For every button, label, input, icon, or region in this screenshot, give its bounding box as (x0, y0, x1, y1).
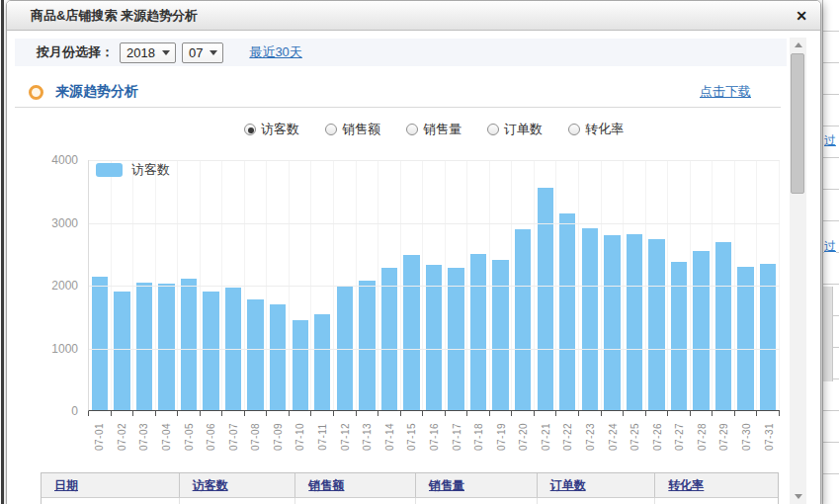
bar-07-20[interactable] (515, 229, 531, 410)
bar-07-27[interactable] (671, 262, 687, 410)
radio-icon (406, 124, 418, 135)
x-axis-label-cell: 07-02 (111, 415, 133, 459)
background-partial-link[interactable]: 过 (824, 131, 836, 150)
x-axis-tick-label: 07-30 (741, 423, 752, 451)
dialog-title: 商品&店铺搜索 来源趋势分析 (7, 1, 820, 31)
scroll-up-icon (795, 42, 802, 47)
metric-radio-label: 访客数 (261, 121, 299, 138)
x-axis-tick-label: 07-23 (585, 423, 596, 451)
x-axis-tick-label: 07-18 (473, 423, 484, 451)
x-axis-tick-label: 07-05 (183, 423, 194, 451)
recent-30-days-link[interactable]: 最近30天 (249, 43, 301, 61)
metric-radio-1[interactable]: 销售额 (325, 121, 380, 138)
x-axis-label-cell: 07-25 (624, 415, 646, 459)
bar-07-18[interactable] (470, 254, 486, 410)
x-axis-tick-label: 07-28 (696, 423, 707, 451)
metric-radio-label: 订单数 (504, 121, 543, 138)
scrollbar-thumb[interactable] (791, 53, 804, 194)
dialog-titlebar[interactable]: 商品&店铺搜索 来源趋势分析 ✕ (7, 1, 820, 31)
trend-bar-chart: 访客数 01000200030004000 07-0107-0207-0307-… (7, 149, 793, 463)
bar-07-09[interactable] (270, 304, 286, 410)
bar-07-10[interactable] (293, 320, 308, 410)
x-axis-label-cell: 07-22 (556, 415, 579, 459)
x-axis-tick-label: 07-13 (362, 423, 373, 451)
bar-07-17[interactable] (448, 268, 463, 410)
x-axis-tick-label: 07-22 (562, 423, 573, 451)
bar-07-14[interactable] (381, 268, 397, 410)
x-axis-label-cell: 07-08 (244, 415, 267, 459)
x-axis-tick-label: 07-24 (607, 423, 618, 451)
chart-legend[interactable]: 访客数 (96, 161, 170, 179)
bar-07-23[interactable] (582, 228, 598, 410)
bar-07-16[interactable] (426, 265, 442, 410)
x-axis-label-cell: 07-18 (467, 415, 490, 459)
x-axis-label-cell: 07-01 (88, 415, 111, 459)
column-header-sales-amount[interactable]: 销售额 (295, 473, 416, 497)
radio-icon (325, 124, 337, 135)
bar-07-04[interactable] (158, 284, 174, 410)
bar-07-28[interactable] (693, 251, 709, 410)
bar-07-29[interactable] (715, 242, 731, 410)
y-axis: 01000200030004000 (7, 160, 78, 411)
detail-table: 日期 访客数 销售额 销售量 订单数 转化率 (41, 472, 779, 504)
month-select[interactable]: 07 (182, 42, 223, 63)
metric-radio-4[interactable]: 转化率 (568, 121, 624, 138)
bar-07-05[interactable] (181, 279, 197, 410)
download-link[interactable]: 点击下载 (700, 83, 751, 101)
bar-07-25[interactable] (627, 234, 642, 410)
x-axis-tick-label: 07-11 (317, 423, 328, 450)
bar-07-01[interactable] (92, 277, 108, 410)
metric-radio-3[interactable]: 订单数 (487, 121, 543, 138)
x-axis-label-cell: 07-20 (512, 415, 535, 459)
bar-07-21[interactable] (538, 188, 553, 410)
x-axis-tick-label: 07-09 (272, 423, 283, 451)
bar-07-22[interactable] (559, 213, 575, 410)
x-axis-tick-label: 07-27 (674, 423, 685, 451)
bar-07-19[interactable] (492, 260, 508, 410)
page-edge-divider (1, 0, 4, 504)
bar-07-30[interactable] (737, 267, 753, 410)
legend-label: 访客数 (131, 161, 170, 179)
column-header-orders[interactable]: 订单数 (538, 473, 656, 497)
x-axis-label-cell: 07-30 (735, 415, 758, 459)
year-select[interactable]: 2018 (120, 42, 176, 63)
scroll-down-button[interactable] (790, 489, 806, 504)
x-axis-label-cell: 07-16 (423, 415, 446, 459)
x-axis-label-cell: 07-27 (668, 415, 691, 459)
year-select-value: 2018 (126, 45, 155, 60)
column-header-visitors[interactable]: 访客数 (180, 473, 296, 497)
x-axis-label-cell: 07-21 (535, 415, 557, 459)
column-header-sales-volume[interactable]: 销售量 (416, 473, 538, 497)
month-select-value: 07 (189, 45, 203, 60)
section-heading-row: 来源趋势分析 点击下载 (15, 79, 787, 105)
y-axis-tick-label: 1000 (7, 342, 78, 356)
column-header-conversion[interactable]: 转化率 (655, 473, 778, 497)
bar-07-26[interactable] (648, 239, 664, 410)
bar-07-03[interactable] (136, 283, 152, 410)
column-header-date[interactable]: 日期 (42, 473, 180, 497)
legend-swatch (96, 163, 123, 177)
chevron-down-icon (162, 50, 170, 55)
scroll-up-button[interactable] (790, 38, 806, 52)
bar-07-06[interactable] (203, 292, 218, 410)
metric-radio-2[interactable]: 销售量 (406, 121, 461, 138)
x-axis-tick-label: 07-25 (629, 423, 640, 451)
bar-07-24[interactable] (604, 235, 620, 410)
bar-07-11[interactable] (314, 314, 330, 410)
x-axis-labels: 07-0107-0207-0307-0407-0507-0607-0707-08… (88, 415, 780, 459)
background-partial-link[interactable]: 过 (824, 237, 836, 256)
metric-radio-0[interactable]: 访客数 (244, 121, 299, 138)
x-axis-tick-label: 07-15 (406, 423, 417, 451)
bar-07-08[interactable] (247, 299, 263, 410)
close-icon[interactable]: ✕ (792, 6, 811, 26)
radio-icon (487, 124, 499, 135)
vertical-scrollbar[interactable] (790, 38, 806, 504)
bar-07-02[interactable] (114, 292, 129, 410)
bar-07-15[interactable] (403, 255, 419, 410)
x-axis-tick-label: 07-10 (294, 423, 305, 451)
bar-07-13[interactable] (359, 281, 375, 410)
metric-radio-label: 销售量 (423, 121, 461, 138)
section-divider (15, 107, 781, 108)
x-axis-label-cell: 07-12 (333, 415, 356, 459)
x-axis-label-cell: 07-09 (267, 415, 290, 459)
